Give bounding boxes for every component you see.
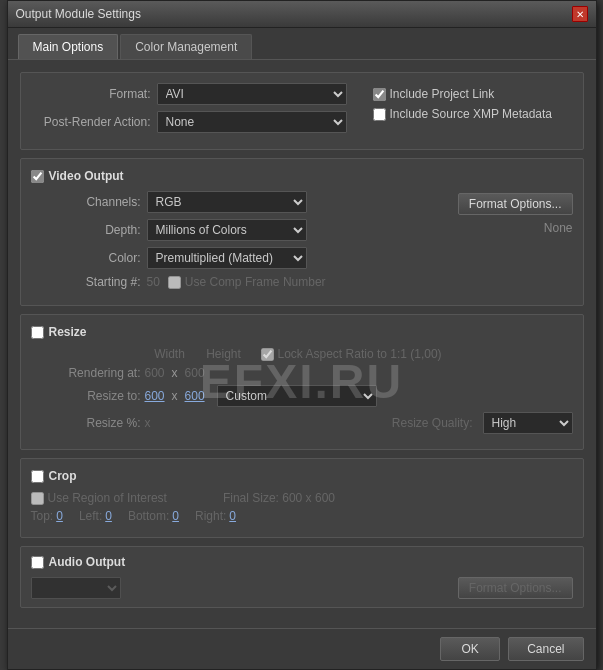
- right-field: Right: 0: [195, 509, 236, 523]
- include-project-label: Include Project Link: [390, 87, 495, 101]
- include-metadata-row: Include Source XMP Metadata: [373, 107, 573, 121]
- lock-row: Lock Aspect Ratio to 1:1 (1,00): [261, 347, 442, 361]
- right-label: Right:: [195, 509, 226, 523]
- width-header: Width: [145, 347, 195, 361]
- bottom-label: Bottom:: [128, 509, 169, 523]
- video-section: Video Output Channels: RGB Depth:: [20, 158, 584, 306]
- resize-custom-select[interactable]: Custom: [217, 385, 377, 407]
- tab-main-options[interactable]: Main Options: [18, 34, 119, 59]
- crop-values-row: Top: 0 Left: 0 Bottom: 0 Right: 0: [31, 509, 573, 523]
- crop-options-row: Use Region of Interest Final Size: 600 x…: [31, 491, 573, 505]
- include-project-checkbox[interactable]: [373, 88, 386, 101]
- rendering-w: 600: [145, 366, 165, 380]
- resize-pct-row: Resize %: x Resize Quality: High: [41, 412, 573, 434]
- rendering-x-sep: x: [172, 366, 178, 380]
- lock-aspect-checkbox[interactable]: [261, 348, 274, 361]
- video-output-checkbox[interactable]: [31, 170, 44, 183]
- use-comp-checkbox[interactable]: [168, 276, 181, 289]
- video-section-header: Video Output: [31, 169, 573, 183]
- tab-color-management[interactable]: Color Management: [120, 34, 252, 59]
- resize-to-x-sep: x: [172, 389, 178, 403]
- resize-wh-header: Width Height Lock Aspect Ratio to 1:1 (1…: [41, 347, 573, 361]
- format-select[interactable]: AVI: [157, 83, 347, 105]
- top-label: Top:: [31, 509, 54, 523]
- channels-select[interactable]: RGB: [147, 191, 307, 213]
- resize-inner: Width Height Lock Aspect Ratio to 1:1 (1…: [31, 347, 573, 434]
- video-left: Channels: RGB Depth: Millions of Colors: [31, 191, 326, 295]
- audio-section: Audio Output Format Options...: [20, 546, 584, 608]
- video-output-label: Video Output: [49, 169, 124, 183]
- resize-to-label: Resize to:: [41, 389, 141, 403]
- include-metadata-label: Include Source XMP Metadata: [390, 107, 553, 121]
- resize-label: Resize: [49, 325, 87, 339]
- lock-label: Lock Aspect Ratio to 1:1 (1,00): [278, 347, 442, 361]
- bottom-field: Bottom: 0: [128, 509, 179, 523]
- title-bar: Output Module Settings ✕: [8, 1, 596, 28]
- use-comp-label: Use Comp Frame Number: [185, 275, 326, 289]
- post-render-select[interactable]: None: [157, 111, 347, 133]
- crop-section: Crop Use Region of Interest Final Size: …: [20, 458, 584, 538]
- include-metadata-checkbox[interactable]: [373, 108, 386, 121]
- cancel-button[interactable]: Cancel: [508, 637, 583, 661]
- use-roi-checkbox[interactable]: [31, 492, 44, 505]
- color-label: Color:: [31, 251, 141, 265]
- footer: OK Cancel: [8, 628, 596, 669]
- ok-button[interactable]: OK: [440, 637, 500, 661]
- resize-header: Resize: [31, 325, 573, 339]
- starting-value: 50: [147, 275, 160, 289]
- left-field: Left: 0: [79, 509, 112, 523]
- left-label: Left:: [79, 509, 102, 523]
- close-button[interactable]: ✕: [572, 6, 588, 22]
- top-value[interactable]: 0: [56, 509, 63, 523]
- tab-bar: Main Options Color Management: [8, 28, 596, 60]
- crop-header: Crop: [31, 469, 573, 483]
- audio-row: Format Options...: [31, 577, 573, 599]
- use-roi-label: Use Region of Interest: [48, 491, 167, 505]
- height-header: Height: [199, 347, 249, 361]
- post-render-row: Post-Render Action: None: [31, 111, 347, 133]
- top-field: Top: 0: [31, 509, 63, 523]
- resize-to-w[interactable]: 600: [145, 389, 165, 403]
- resize-pct-label: Resize %:: [41, 416, 141, 430]
- audio-format-select[interactable]: [31, 577, 121, 599]
- resize-quality-select[interactable]: High: [483, 412, 573, 434]
- resize-to-row: Resize to: 600 x 600 Custom: [41, 385, 573, 407]
- depth-row: Depth: Millions of Colors: [31, 219, 326, 241]
- resize-pct-x: x: [145, 416, 151, 430]
- video-right: Format Options... None: [458, 191, 573, 235]
- resize-to-h[interactable]: 600: [185, 389, 205, 403]
- resize-quality-label: Resize Quality:: [392, 416, 473, 430]
- resize-checkbox[interactable]: [31, 326, 44, 339]
- post-render-label: Post-Render Action:: [31, 115, 151, 129]
- audio-output-checkbox[interactable]: [31, 556, 44, 569]
- resize-section: Resize Width Height Lock Aspect Ratio to…: [20, 314, 584, 450]
- format-section: Format: AVI Post-Render Action: None: [20, 72, 584, 150]
- rendering-label: Rendering at:: [41, 366, 141, 380]
- right-value[interactable]: 0: [229, 509, 236, 523]
- left-value[interactable]: 0: [105, 509, 112, 523]
- color-row: Color: Premultiplied (Matted): [31, 247, 326, 269]
- none-label: None: [544, 221, 573, 235]
- crop-label: Crop: [49, 469, 77, 483]
- rendering-h: 600: [185, 366, 205, 380]
- include-project-row: Include Project Link: [373, 87, 573, 101]
- use-roi-row: Use Region of Interest: [31, 491, 167, 505]
- format-label: Format:: [31, 87, 151, 101]
- crop-checkbox[interactable]: [31, 470, 44, 483]
- right-form: Include Project Link Include Source XMP …: [373, 83, 573, 121]
- channels-row: Channels: RGB: [31, 191, 326, 213]
- audio-output-label: Audio Output: [49, 555, 126, 569]
- starting-row: Starting #: 50 Use Comp Frame Number: [31, 275, 326, 289]
- audio-format-options-button[interactable]: Format Options...: [458, 577, 573, 599]
- color-select[interactable]: Premultiplied (Matted): [147, 247, 307, 269]
- depth-label: Depth:: [31, 223, 141, 237]
- audio-header: Audio Output: [31, 555, 573, 569]
- left-form: Format: AVI Post-Render Action: None: [31, 83, 347, 139]
- channels-label: Channels:: [31, 195, 141, 209]
- final-size-label: Final Size: 600 x 600: [223, 491, 335, 505]
- format-options-button[interactable]: Format Options...: [458, 193, 573, 215]
- bottom-value[interactable]: 0: [172, 509, 179, 523]
- starting-label: Starting #:: [31, 275, 141, 289]
- depth-select[interactable]: Millions of Colors: [147, 219, 307, 241]
- rendering-at-row: Rendering at: 600 x 600: [41, 366, 573, 380]
